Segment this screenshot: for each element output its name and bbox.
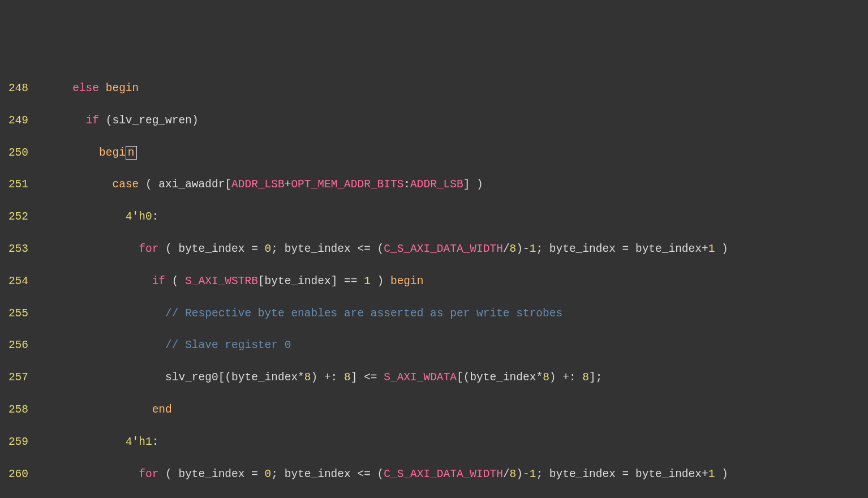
line-number: 257 xyxy=(0,370,28,385)
code-line[interactable]: // Slave register 0 xyxy=(33,337,868,353)
identifier: axi_awaddr xyxy=(158,178,225,191)
code-line[interactable]: // Respective byte enables are asserted … xyxy=(33,306,868,321)
line-number: 260 xyxy=(0,466,28,482)
case-label: 4'h0 xyxy=(126,211,152,223)
line-number: 248 xyxy=(0,80,28,96)
code-line[interactable]: case ( axi_awaddr[ADDR_LSB+OPT_MEM_ADDR_… xyxy=(33,177,868,192)
code-line[interactable]: else begin xyxy=(33,80,868,96)
keyword-else: else xyxy=(72,82,99,95)
code-line[interactable]: if ( S_AXI_WSTRB[byte_index] == 1 ) begi… xyxy=(33,273,868,289)
keyword-end: end xyxy=(152,403,172,416)
line-number: 249 xyxy=(0,113,28,128)
line-number: 252 xyxy=(0,209,28,225)
text-cursor: n xyxy=(126,146,137,160)
keyword-for: for xyxy=(139,468,158,480)
line-number: 256 xyxy=(0,337,28,353)
identifier: slv_reg_wren xyxy=(112,114,191,127)
constant: ADDR_LSB xyxy=(231,178,285,191)
keyword-begin: begin xyxy=(390,275,424,287)
code-line[interactable]: slv_reg0[(byte_index*8) +: 8] <= S_AXI_W… xyxy=(33,370,868,385)
keyword-begin: begi xyxy=(99,147,126,159)
code-line[interactable]: for ( byte_index = 0; byte_index <= (C_S… xyxy=(33,241,868,257)
case-label: 4'h1 xyxy=(126,436,152,448)
line-number: 255 xyxy=(0,306,28,321)
code-line[interactable]: end xyxy=(33,402,868,418)
code-line[interactable]: for ( byte_index = 0; byte_index <= (C_S… xyxy=(33,466,868,482)
line-number: 253 xyxy=(0,241,28,257)
keyword-for: for xyxy=(139,243,158,255)
keyword-if: if xyxy=(86,114,99,127)
comment: // Respective byte enables are asserted … xyxy=(165,307,562,320)
keyword-begin: begin xyxy=(106,82,139,95)
line-number: 258 xyxy=(0,402,28,418)
line-number: 250 xyxy=(0,145,28,161)
code-area[interactable]: else begin if (slv_reg_wren) begin case … xyxy=(33,65,868,498)
code-editor[interactable]: 248 249 250 251 252 253 254 255 256 257 … xyxy=(0,65,868,498)
line-number-gutter: 248 249 250 251 252 253 254 255 256 257 … xyxy=(0,65,33,498)
code-line[interactable]: 4'h0: xyxy=(33,209,868,225)
constant: OPT_MEM_ADDR_BITS xyxy=(291,178,403,191)
line-number: 254 xyxy=(0,273,28,289)
keyword-case: case xyxy=(112,178,139,191)
constant: ADDR_LSB xyxy=(410,178,463,191)
line-number: 259 xyxy=(0,434,28,450)
comment: // Slave register 0 xyxy=(165,339,291,351)
line-number: 251 xyxy=(0,177,28,192)
code-line[interactable]: begin xyxy=(33,145,868,161)
keyword-if: if xyxy=(152,275,165,287)
code-line[interactable]: 4'h1: xyxy=(33,434,868,450)
code-line[interactable]: if (slv_reg_wren) xyxy=(33,113,868,128)
